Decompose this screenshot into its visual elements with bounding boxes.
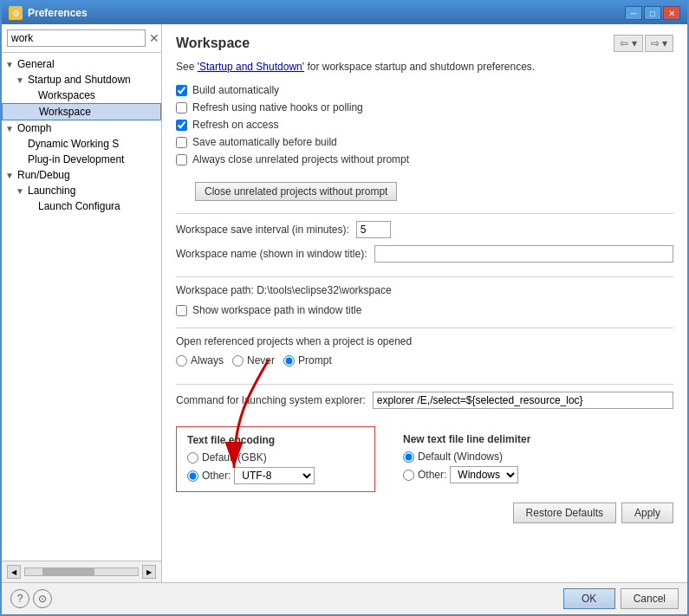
nav-forward-button[interactable]: ⇨ ▾ xyxy=(645,35,673,52)
divider-4 xyxy=(176,384,673,385)
help-button[interactable]: ? xyxy=(10,589,29,608)
radio-prompt: Prompt xyxy=(283,354,332,366)
delimiter-other-radio[interactable] xyxy=(403,470,414,481)
checkbox-always-close: Always close unrelated projects without … xyxy=(176,152,673,166)
sidebar-item-launch-config[interactable]: Launch Configura xyxy=(2,198,161,214)
radio-never-input[interactable] xyxy=(232,355,244,366)
save-auto-label: Save automatically before build xyxy=(192,136,337,148)
checkbox-build-auto: Build automatically xyxy=(176,83,673,97)
show-path-checkbox[interactable] xyxy=(176,305,187,316)
delimiter-default-radio[interactable] xyxy=(403,451,414,463)
cancel-button[interactable]: Cancel xyxy=(621,588,679,609)
expand-icon xyxy=(26,202,36,211)
ok-button[interactable]: OK xyxy=(563,588,615,609)
startup-link[interactable]: 'Startup and Shutdown' xyxy=(198,61,304,73)
refresh-access-checkbox[interactable] xyxy=(176,120,187,131)
expand-icon: ▼ xyxy=(16,75,26,85)
sidebar-item-general[interactable]: ▼ General xyxy=(2,56,161,72)
save-interval-row: Workspace save interval (in minutes): xyxy=(176,221,673,238)
always-close-checkbox[interactable] xyxy=(176,154,187,165)
search-input[interactable] xyxy=(7,29,146,47)
radio-never-label: Never xyxy=(247,354,275,366)
checkbox-save-auto: Save automatically before build xyxy=(176,135,673,149)
main-panel: Workspace ⇦ ▾ ⇨ ▾ See 'Startup and Shutd… xyxy=(162,24,687,582)
apply-button[interactable]: Apply xyxy=(621,503,673,523)
always-close-label: Always close unrelated projects without … xyxy=(192,153,409,165)
description-prefix: See xyxy=(176,61,198,73)
workspace-name-row: Workspace name (shown in window title): xyxy=(176,245,673,263)
panel-header: Workspace ⇦ ▾ ⇨ ▾ xyxy=(176,35,673,52)
close-unrelated-button[interactable]: Close unrelated projects without prompt xyxy=(195,182,397,201)
delimiter-select[interactable]: Windows Unix Mac xyxy=(450,466,518,483)
help2-button[interactable]: ⊙ xyxy=(33,589,52,608)
scroll-right-button[interactable]: ▶ xyxy=(142,565,156,579)
expand-icon: ▼ xyxy=(5,124,16,133)
line-delimiter-box: New text file line delimiter Default (Wi… xyxy=(393,426,673,492)
workspace-name-input[interactable] xyxy=(374,245,673,263)
checkboxes-section: Build automatically Refresh using native… xyxy=(176,83,673,170)
sidebar-item-label: Plug-in Development xyxy=(28,153,124,165)
save-auto-checkbox[interactable] xyxy=(176,137,187,148)
refresh-native-checkbox[interactable] xyxy=(176,102,187,113)
sidebar-item-label: Workspaces xyxy=(38,89,95,101)
radio-always-input[interactable] xyxy=(176,355,187,366)
sidebar-item-label: Workspace xyxy=(39,106,91,118)
encoding-default-row: Default (GBK) xyxy=(187,451,364,464)
title-bar-left: ⚙ Preferences xyxy=(9,6,88,20)
text-encoding-box: Text file encoding Default (GBK) Other: … xyxy=(176,426,375,492)
line-delimiter-title: New text file line delimiter xyxy=(403,433,663,445)
workspace-name-label: Workspace name (shown in window title): xyxy=(176,248,367,260)
build-auto-checkbox[interactable] xyxy=(176,85,187,96)
window-icon: ⚙ xyxy=(9,6,23,20)
sidebar-item-rundebug[interactable]: ▼ Run/Debug xyxy=(2,167,161,183)
search-box: ✕ xyxy=(2,24,161,53)
workspace-path-value: D:\tools\eclipse32\workspace xyxy=(257,284,391,296)
sidebar-item-label: Dynamic Working S xyxy=(28,138,119,150)
description-suffix: for workspace startup and shutdown prefe… xyxy=(307,61,535,73)
help-icons: ? ⊙ xyxy=(10,589,52,608)
sidebar-item-plugin[interactable]: Plug-in Development xyxy=(2,152,161,167)
scrollbar-thumb xyxy=(42,568,94,575)
radio-group-open: Always Never Prompt xyxy=(176,351,673,370)
window-title: Preferences xyxy=(28,7,88,19)
encoding-section: Text file encoding Default (GBK) Other: … xyxy=(176,426,673,492)
maximize-button[interactable]: □ xyxy=(644,6,661,20)
title-bar: ⚙ Preferences ─ □ ✕ xyxy=(2,2,687,24)
close-button[interactable]: ✕ xyxy=(663,6,680,20)
search-clear-button[interactable]: ✕ xyxy=(149,31,159,45)
sidebar-item-launching[interactable]: ▼ Launching xyxy=(2,183,161,198)
command-input[interactable] xyxy=(373,392,673,409)
sidebar-item-oomph[interactable]: ▼ Oomph xyxy=(2,120,161,136)
delimiter-other-label: Other: xyxy=(418,469,446,481)
expand-icon xyxy=(27,107,37,117)
command-row: Command for launching system explorer: xyxy=(176,392,673,409)
radio-never: Never xyxy=(232,354,275,366)
horizontal-scrollbar[interactable] xyxy=(24,567,139,576)
apply-restore-row: Restore Defaults Apply xyxy=(176,503,673,523)
sidebar-item-dynamic[interactable]: Dynamic Working S xyxy=(2,136,161,152)
show-path-label: Show workspace path in window title xyxy=(192,304,361,316)
restore-defaults-button[interactable]: Restore Defaults xyxy=(513,503,616,523)
sidebar-item-workspace[interactable]: Workspace xyxy=(2,103,161,120)
sidebar-item-workspaces[interactable]: Workspaces xyxy=(2,88,161,103)
sidebar-tree: ▼ General ▼ Startup and Shutdown Workspa… xyxy=(2,53,161,561)
minimize-button[interactable]: ─ xyxy=(625,6,642,20)
sidebar-item-startup[interactable]: ▼ Startup and Shutdown xyxy=(2,72,161,88)
encoding-other-radio[interactable] xyxy=(187,470,198,482)
encoding-default-radio[interactable] xyxy=(187,452,198,464)
scroll-left-button[interactable]: ◀ xyxy=(7,565,21,579)
workspace-path-label: Workspace path: xyxy=(176,284,257,296)
sidebar-scrollbar-area: ◀ ▶ xyxy=(2,561,161,582)
content-area: ✕ ▼ General ▼ Startup and Shutdown Works… xyxy=(2,24,687,582)
encoding-default-label: Default (GBK) xyxy=(202,451,267,464)
save-interval-input[interactable] xyxy=(356,221,391,238)
text-encoding-title: Text file encoding xyxy=(187,434,364,446)
sidebar-item-label: Oomph xyxy=(17,122,51,134)
close-btn-row: Close unrelated projects without prompt xyxy=(195,182,673,201)
checkbox-show-path: Show workspace path in window title xyxy=(176,303,673,317)
nav-back-button[interactable]: ⇦ ▾ xyxy=(614,35,642,52)
radio-prompt-input[interactable] xyxy=(283,355,295,366)
encoding-select[interactable]: UTF-8 UTF-16 ISO-8859-1 xyxy=(234,467,315,484)
checkbox-refresh-access: Refresh on access xyxy=(176,118,673,132)
expand-icon xyxy=(16,139,26,149)
